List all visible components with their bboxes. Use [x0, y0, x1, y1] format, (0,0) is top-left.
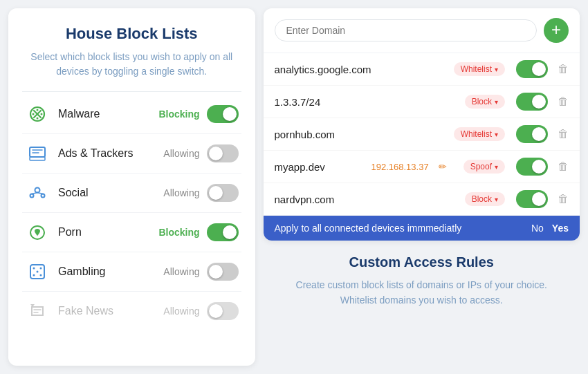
- item-status-ads-trackers: Allowing: [163, 148, 199, 159]
- tag-block[interactable]: Block ▾: [465, 95, 505, 109]
- item-label-ads-trackers: Ads & Trackers: [58, 147, 163, 160]
- domain-row-row-1: analytics.google.com Whitelist ▾ ✓ 🗑: [264, 53, 580, 86]
- trash-icon[interactable]: 🗑: [558, 193, 569, 205]
- svg-point-21: [37, 271, 39, 273]
- left-panel: House Block Lists Select which block lis…: [8, 8, 255, 366]
- item-label-malware: Malware: [58, 108, 158, 120]
- domain-name: analytics.google.com: [275, 64, 371, 75]
- banner-no-button[interactable]: No: [531, 223, 544, 234]
- tag-whitelist[interactable]: Whitelist ▾: [454, 62, 505, 76]
- panel-subtitle: Select which block lists you wish to app…: [22, 50, 241, 79]
- svg-point-20: [40, 274, 42, 277]
- tag-block[interactable]: Block ▾: [465, 192, 505, 206]
- domain-row-row-5: nardvpn.com Block ▾ ✓ 🗑: [264, 183, 580, 216]
- domain-input-row: +: [264, 8, 580, 53]
- custom-rules-description: Create custom block lists of domains or …: [284, 277, 560, 308]
- toggle[interactable]: ✓: [516, 190, 548, 208]
- toggle-track: [207, 184, 239, 202]
- toggle[interactable]: ✓: [207, 105, 239, 123]
- chevron-down-icon: ▾: [495, 196, 498, 203]
- toggle-track: [207, 263, 239, 281]
- tag-whitelist[interactable]: Whitelist ▾: [454, 127, 505, 141]
- domain-row-row-4: myapp.dev 192.168.13.37 ✏ Spoof ▾ ✓ 🗑: [264, 151, 580, 183]
- item-label-gambling: Gambling: [58, 265, 163, 278]
- list-item-porn: Porn Blocking ✓: [22, 213, 241, 252]
- svg-rect-7: [30, 147, 45, 157]
- toggle-thumb: [209, 304, 223, 318]
- toggle-track: ✓: [516, 190, 548, 208]
- chevron-down-icon: ▾: [495, 98, 498, 106]
- svg-point-13: [42, 194, 45, 198]
- rules-card: + analytics.google.com Whitelist ▾ ✓ 🗑 1…: [264, 8, 580, 241]
- trash-icon[interactable]: 🗑: [558, 128, 569, 140]
- item-status-porn: Blocking: [158, 227, 199, 238]
- banner-yes-button[interactable]: Yes: [552, 223, 569, 234]
- trash-icon[interactable]: 🗑: [558, 160, 569, 173]
- block-list-items: Malware Blocking ✓ Ads & Trackers Allowi…: [22, 95, 241, 330]
- social-icon: [25, 180, 50, 205]
- toggle[interactable]: ✓: [516, 93, 548, 111]
- item-status-malware: Blocking: [158, 109, 199, 120]
- toggle-thumb: [209, 265, 223, 279]
- fake-news-icon: [25, 299, 50, 324]
- tag-spoof[interactable]: Spoof ▾: [463, 160, 505, 174]
- svg-rect-8: [30, 157, 45, 160]
- toggle[interactable]: [207, 184, 239, 202]
- domain-row-row-2: 1.3.3.7/24 Block ▾ ✓ 🗑: [264, 86, 580, 118]
- item-label-porn: Porn: [58, 226, 158, 239]
- svg-point-17: [33, 268, 35, 270]
- domain-row-row-3: pornhub.com Whitelist ▾ ✓ 🗑: [264, 118, 580, 151]
- toggle[interactable]: ✓: [516, 125, 548, 143]
- chevron-down-icon: ▾: [495, 163, 498, 171]
- toggle-checkmark: ✓: [537, 97, 544, 106]
- toggle[interactable]: [207, 144, 239, 162]
- svg-point-19: [33, 274, 35, 277]
- svg-line-15: [37, 193, 43, 194]
- item-status-gambling: Allowing: [163, 266, 199, 277]
- trash-icon[interactable]: 🗑: [558, 95, 569, 108]
- domain-input[interactable]: [275, 19, 538, 41]
- toggle-checkmark: ✓: [537, 194, 544, 204]
- toggle[interactable]: ✓: [207, 223, 239, 241]
- toggle-checkmark: ✓: [537, 129, 544, 139]
- svg-point-11: [35, 188, 40, 193]
- svg-point-18: [40, 268, 42, 270]
- toggle[interactable]: [207, 302, 239, 320]
- toggle-checkmark: ✓: [537, 64, 544, 74]
- item-status-fake-news: Allowing: [163, 306, 199, 317]
- toggle-track: ✓: [207, 223, 239, 241]
- toggle-track: ✓: [516, 60, 548, 78]
- list-item-gambling: Gambling Allowing: [22, 252, 241, 292]
- item-label-social: Social: [58, 187, 163, 199]
- toggle[interactable]: ✓: [516, 158, 548, 176]
- panel-title: House Block Lists: [22, 25, 241, 43]
- domain-name: nardvpn.com: [275, 194, 365, 205]
- toggle-track: ✓: [516, 93, 548, 111]
- list-item-malware: Malware Blocking ✓: [22, 95, 241, 134]
- toggle-track: [207, 302, 239, 320]
- domain-name: myapp.dev: [275, 161, 365, 173]
- svg-point-4: [37, 118, 39, 120]
- banner-text: Apply to all connected devices immmediat…: [275, 223, 531, 234]
- right-panel: + analytics.google.com Whitelist ▾ ✓ 🗑 1…: [264, 8, 580, 366]
- trash-icon[interactable]: 🗑: [558, 63, 569, 75]
- toggle-checkmark: ✓: [228, 227, 235, 237]
- svg-point-6: [41, 113, 43, 115]
- gambling-icon: [25, 259, 50, 284]
- edit-icon[interactable]: ✏: [439, 161, 447, 172]
- toggle-checkmark: ✓: [537, 162, 544, 171]
- toggle-track: [207, 144, 239, 162]
- domain-ip: 192.168.13.37: [371, 162, 429, 172]
- add-domain-button[interactable]: +: [544, 18, 569, 43]
- toggle[interactable]: ✓: [516, 60, 548, 78]
- divider: [22, 91, 241, 92]
- toggle[interactable]: [207, 263, 239, 281]
- domain-name: pornhub.com: [275, 129, 365, 140]
- domain-name: 1.3.3.7/24: [275, 96, 365, 108]
- malware-icon: [25, 102, 50, 127]
- toggle-track: ✓: [516, 158, 548, 176]
- svg-point-5: [33, 113, 35, 115]
- toggle-thumb: [209, 186, 223, 200]
- svg-point-3: [37, 109, 39, 111]
- list-item-fake-news: Fake News Allowing: [22, 292, 241, 330]
